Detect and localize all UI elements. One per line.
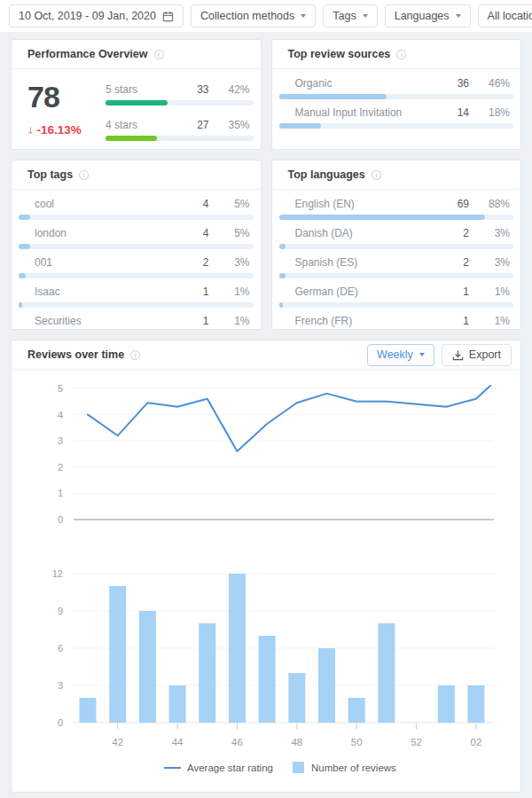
svg-text:2: 2 — [58, 462, 63, 473]
svg-text:3: 3 — [58, 435, 63, 446]
collection-methods-filter[interactable]: Collection methods — [191, 4, 316, 27]
metric-percent: 5% — [209, 227, 250, 239]
info-icon[interactable]: i — [396, 50, 406, 59]
metric-row: Danish (DA)23% — [279, 227, 514, 249]
metric-label: Securities — [35, 315, 170, 327]
metric-percent: 3% — [209, 256, 250, 269]
locations-filter[interactable]: All locations — [478, 4, 532, 27]
card-header: Top languages i — [272, 160, 521, 190]
metric-label: 5 stars — [106, 83, 170, 96]
languages-filter-label: Languages — [395, 10, 450, 22]
svg-text:44: 44 — [172, 737, 184, 747]
metric-label: 4 stars — [106, 119, 170, 131]
info-icon[interactable]: i — [79, 170, 89, 180]
metric-value: 2 — [430, 227, 469, 239]
card-header: Top tags i — [12, 160, 261, 190]
metric-value: 4 — [170, 227, 209, 239]
chevron-down-icon — [419, 353, 425, 356]
card-header: Performance Overview i — [12, 40, 261, 69]
metric-label: Danish (DA) — [295, 227, 431, 239]
metric-bar-track — [279, 273, 514, 278]
reviews-chart: 01234503691242444648505202Average star r… — [12, 370, 520, 792]
metric-value: 2 — [430, 256, 469, 269]
metric-bar-fill — [106, 100, 168, 106]
metric-label: Isaac — [35, 286, 170, 298]
top-tags-card: Top tags i cool45%london45%00123%Isaac11… — [11, 160, 262, 330]
metric-bar-fill — [19, 273, 26, 278]
metric-label: Spanish (ES) — [295, 256, 431, 269]
svg-text:46: 46 — [231, 737, 243, 747]
info-icon[interactable]: i — [372, 170, 381, 180]
metric-value: 2 — [170, 256, 209, 269]
metric-value: 27 — [170, 119, 209, 131]
tags-filter[interactable]: Tags — [323, 4, 377, 27]
svg-text:48: 48 — [291, 737, 302, 747]
export-button[interactable]: Export — [442, 344, 512, 366]
tags-filter-label: Tags — [332, 10, 356, 22]
metric-percent: 88% — [469, 198, 510, 210]
date-range-picker[interactable]: 10 Oct, 2019 - 09 Jan, 2020 — [9, 4, 184, 27]
metric-bar-track — [19, 244, 254, 249]
score-change-value: -16.13% — [37, 123, 82, 137]
svg-text:6: 6 — [58, 643, 63, 653]
metric-percent: 18% — [469, 106, 510, 119]
reviews-over-time-card: Reviews over time i Weekly Export 012345… — [11, 340, 521, 793]
metrics-row-1: Performance Overview i 78 ↓ -16.13% 5 st… — [11, 39, 521, 330]
metric-bar-track — [106, 100, 254, 106]
info-icon[interactable]: i — [130, 350, 140, 360]
metric-bar-fill — [19, 244, 30, 249]
metric-bar-track — [19, 302, 254, 308]
metric-label: cool — [35, 198, 170, 210]
card-title: Top languages — [288, 168, 365, 181]
metric-bar-fill — [279, 123, 322, 129]
language-rows: English (EN)6988%Danish (DA)23%Spanish (… — [272, 190, 521, 330]
metric-row: Securities11% — [19, 315, 254, 330]
metric-bar-track — [279, 302, 514, 308]
chart-controls: Weekly Export — [367, 344, 512, 366]
metric-bar-fill — [279, 94, 387, 99]
card-title: Performance Overview — [27, 48, 148, 60]
metric-bar-fill — [279, 244, 286, 249]
performance-body: 78 ↓ -16.13% 5 stars3342%4 stars2735% — [12, 69, 261, 150]
card-title: Reviews over time — [27, 348, 124, 361]
metric-percent: 46% — [469, 77, 510, 90]
tag-rows: cool45%london45%00123%Isaac11%Securities… — [12, 190, 261, 330]
metric-row: French (FR)11% — [279, 315, 514, 330]
metric-label: london — [35, 227, 170, 239]
info-icon[interactable]: i — [154, 50, 164, 59]
arrow-down-icon: ↓ — [27, 123, 34, 137]
metric-row: German (DE)11% — [279, 286, 514, 308]
metric-percent: 3% — [469, 256, 510, 269]
metric-percent: 35% — [209, 119, 250, 131]
card-header: Top review sources i — [272, 40, 521, 69]
period-select[interactable]: Weekly — [367, 344, 434, 366]
languages-filter[interactable]: Languages — [385, 4, 471, 27]
metric-label: German (DE) — [295, 286, 431, 298]
svg-text:5: 5 — [58, 383, 63, 394]
svg-text:02: 02 — [471, 737, 482, 747]
metric-bar-track — [279, 244, 514, 249]
metric-label: 001 — [35, 256, 170, 269]
metric-bar-track — [106, 136, 254, 141]
score-block: 78 ↓ -16.13% — [27, 82, 106, 150]
metric-row: Spanish (ES)23% — [279, 256, 514, 278]
metric-percent: 1% — [469, 286, 510, 298]
calendar-icon — [162, 11, 174, 22]
period-select-value: Weekly — [377, 348, 413, 361]
metric-label: Manual Input Invitation — [295, 106, 431, 119]
metric-percent: 5% — [209, 198, 250, 210]
chevron-down-icon — [301, 14, 306, 18]
svg-text:9: 9 — [58, 606, 63, 616]
date-range-label: 10 Oct, 2019 - 09 Jan, 2020 — [19, 10, 156, 22]
metric-label: Organic — [295, 77, 431, 90]
metric-label: French (FR) — [295, 315, 431, 327]
metric-row: Manual Input Invitation1418% — [279, 106, 514, 129]
svg-text:50: 50 — [351, 737, 363, 747]
source-rows: Organic3646%Manual Input Invitation1418% — [272, 69, 521, 129]
svg-text:Average star rating: Average star rating — [187, 763, 273, 773]
metric-percent: 1% — [209, 286, 250, 298]
metric-value: 14 — [430, 106, 469, 119]
top-languages-card: Top languages i English (EN)6988%Danish … — [271, 160, 522, 330]
performance-overview-card: Performance Overview i 78 ↓ -16.13% 5 st… — [11, 39, 262, 150]
metric-value: 1 — [170, 315, 209, 327]
